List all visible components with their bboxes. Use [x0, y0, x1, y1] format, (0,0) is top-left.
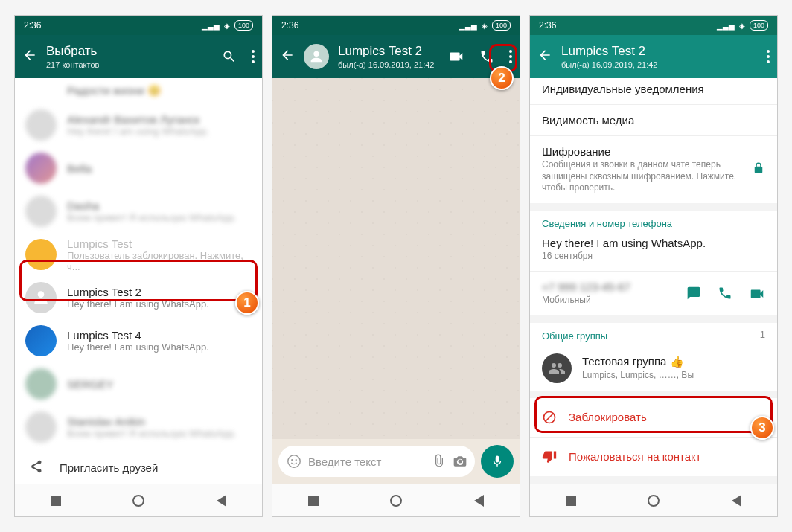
phone-screen-1: 2:36 ▁▃▅ ◈ 100 Выбрать 217 контактов Рад…	[14, 15, 263, 517]
svg-point-0	[252, 50, 255, 53]
back-button[interactable]	[537, 48, 552, 65]
avatar	[25, 282, 57, 313]
contact-subtitle: был(-а) 16.09.2019, 21:42	[561, 60, 758, 69]
chat-avatar[interactable]	[304, 44, 329, 69]
svg-point-3	[509, 50, 512, 53]
section-info: Сведения и номер телефона	[530, 211, 777, 234]
arrow-left-icon	[537, 48, 552, 63]
search-icon[interactable]	[222, 49, 237, 64]
chat-subtitle: был(-а) 16.09.2019, 21:42	[338, 60, 439, 69]
battery-icon: 100	[750, 20, 768, 31]
avatar	[25, 239, 57, 270]
nav-home[interactable]	[132, 495, 144, 507]
message-input[interactable]: Введите текст	[278, 446, 475, 477]
avatar	[25, 196, 57, 227]
nav-back[interactable]	[474, 495, 484, 507]
camera-icon[interactable]	[453, 454, 467, 469]
video-call-icon[interactable]	[448, 48, 464, 65]
step-badge-1: 1	[235, 291, 259, 315]
video-icon[interactable]	[749, 286, 765, 302]
phone-screen-3: 2:36 ▁▃▅ ◈ 100 Lumpics Test 2 был(-а) 16…	[529, 15, 778, 517]
setting-notifications[interactable]: Индивидуальные уведомления	[530, 78, 777, 104]
mic-button[interactable]	[481, 445, 514, 478]
chat-body	[272, 78, 520, 439]
nav-home[interactable]	[648, 495, 660, 507]
attach-icon[interactable]	[432, 454, 447, 469]
list-item-lumpics-test-4[interactable]: Lumpics Test 4Hey there! I am using What…	[15, 319, 262, 362]
signal-icon: ▁▃▅	[202, 22, 220, 30]
step-badge-2: 2	[490, 66, 514, 90]
status-time: 2:36	[24, 20, 41, 31]
arrow-left-icon	[280, 48, 295, 63]
svg-point-11	[767, 60, 770, 63]
list-item[interactable]: SERGEY	[15, 362, 262, 406]
group-item[interactable]: Тестовая группа 👍 Lumpics, Lumpics, ……, …	[530, 346, 777, 391]
toolbar-subtitle: 217 контактов	[46, 60, 213, 69]
block-button[interactable]: Заблокировать	[530, 398, 777, 437]
person-icon	[31, 288, 51, 307]
contact-title-block: Lumpics Test 2 был(-а) 16.09.2019, 21:42	[561, 44, 758, 69]
nav-recents[interactable]	[308, 496, 319, 506]
status-time: 2:36	[539, 20, 556, 31]
setting-encryption[interactable]: Шифрование Сообщения и звонки в данном ч…	[530, 136, 777, 203]
block-icon	[542, 410, 557, 425]
person-icon	[308, 48, 325, 65]
emoji-icon[interactable]	[286, 453, 302, 469]
status-icons: ▁▃▅ ◈ 100	[459, 20, 511, 31]
report-button[interactable]: Пожаловаться на контакт	[530, 438, 777, 476]
avatar	[25, 411, 57, 443]
list-item[interactable]: Stanislav AnikinВсем привет! Я использую…	[15, 406, 262, 449]
invite-friends[interactable]: Пригласить друзей	[15, 449, 262, 484]
back-button[interactable]	[280, 48, 295, 65]
chat-title-block[interactable]: Lumpics Test 2 был(-а) 16.09.2019, 21:42	[338, 44, 439, 69]
status-icons: ▁▃▅ ◈ 100	[202, 20, 253, 31]
nav-recents[interactable]	[51, 496, 61, 506]
avatar	[25, 325, 57, 356]
list-item-lumpics-test-2[interactable]: Lumpics Test 2Hey there! I am using What…	[15, 276, 262, 319]
status-bar: 2:36 ▁▃▅ ◈ 100	[530, 16, 777, 35]
back-button[interactable]	[22, 48, 37, 65]
phone-number: +7 999 123-45-67	[542, 281, 630, 293]
list-item[interactable]: DashaВсем привет! Я использую WhatsApp.	[15, 190, 262, 233]
android-navbar	[272, 484, 520, 516]
status-time: 2:36	[281, 20, 298, 31]
contact-title: Lumpics Test 2	[561, 44, 758, 59]
nav-recents[interactable]	[566, 496, 576, 506]
svg-line-13	[546, 414, 553, 421]
nav-back[interactable]	[217, 495, 226, 507]
contact-list: Радости жизни 😊 Alexandr Вахитов Луганск…	[15, 78, 262, 484]
message-icon[interactable]	[686, 286, 701, 301]
battery-icon: 100	[492, 20, 511, 31]
phone-number-row[interactable]: +7 999 123-45-67 Мобильный	[530, 272, 777, 315]
chat-title: Lumpics Test 2	[338, 44, 439, 59]
more-icon[interactable]	[767, 50, 770, 63]
status-bar: 2:36 ▁▃▅ ◈ 100	[272, 16, 520, 35]
more-icon[interactable]	[252, 50, 255, 63]
list-item-lumpics-test[interactable]: Lumpics TestПользователь заблокирован. Н…	[15, 233, 262, 276]
avatar	[25, 153, 57, 184]
nav-back[interactable]	[732, 495, 741, 507]
group-icon	[548, 359, 566, 377]
status-icons: ▁▃▅ ◈ 100	[717, 20, 768, 31]
svg-point-1	[252, 55, 255, 58]
status-bar: 2:36 ▁▃▅ ◈ 100	[15, 16, 262, 35]
group-avatar	[542, 353, 572, 383]
avatar	[25, 368, 57, 400]
toolbar-select: Выбрать 217 контактов	[15, 35, 262, 78]
setting-media-visibility[interactable]: Видимость медиа	[530, 105, 777, 135]
android-navbar	[15, 484, 262, 516]
phone-icon[interactable]	[479, 49, 494, 64]
list-item[interactable]: Bella	[15, 147, 262, 190]
more-icon[interactable]	[509, 50, 512, 63]
nav-home[interactable]	[390, 495, 402, 507]
contact-info-toolbar: Lumpics Test 2 был(-а) 16.09.2019, 21:42	[530, 35, 777, 78]
svg-point-2	[252, 60, 255, 63]
thumb-down-icon	[542, 449, 557, 464]
svg-point-4	[509, 55, 512, 58]
list-item[interactable]: Alexandr Вахитов ЛуганскHey there! I am …	[15, 103, 262, 147]
list-item[interactable]: Радости жизни 😊	[15, 78, 262, 103]
section-groups: Общие группы	[530, 323, 619, 346]
chat-toolbar: Lumpics Test 2 был(-а) 16.09.2019, 21:42	[272, 35, 520, 78]
input-placeholder: Введите текст	[308, 455, 426, 468]
call-icon[interactable]	[718, 286, 732, 301]
